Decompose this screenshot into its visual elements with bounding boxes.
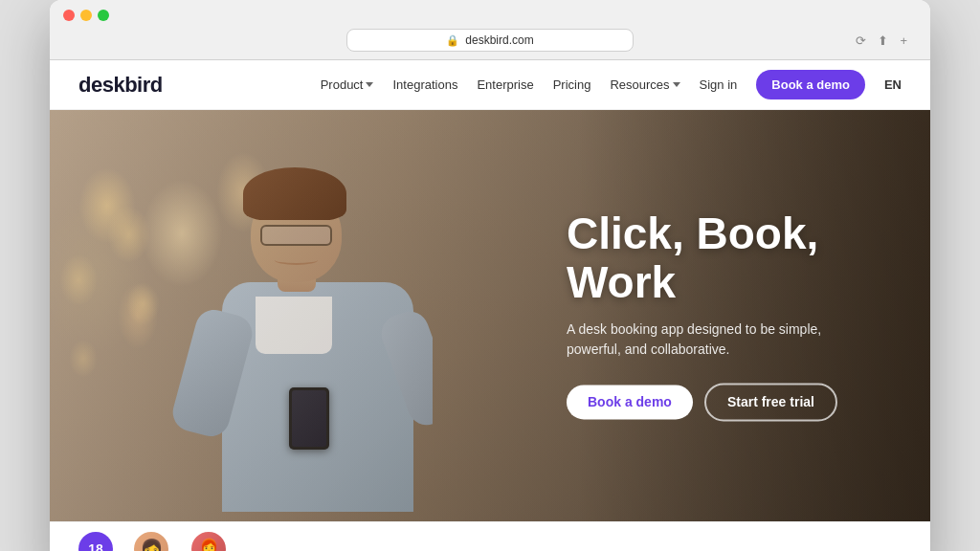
hero-title: Click, Book, Work <box>567 209 873 306</box>
resources-dropdown-icon <box>673 82 680 87</box>
hero-content: Click, Book, Work A desk booking app des… <box>567 209 873 421</box>
site-logo[interactable]: deskbird <box>78 73 163 98</box>
hero-start-trial-button[interactable]: Start free trial <box>704 384 837 422</box>
hero-person-figure <box>165 129 433 512</box>
address-bar[interactable]: 🔒 deskbird.com <box>346 29 634 52</box>
nav-integrations[interactable]: Integrations <box>392 77 457 92</box>
product-dropdown-icon <box>366 82 373 87</box>
hero-section: Click, Book, Work A desk booking app des… <box>50 110 930 521</box>
nav-sign-in[interactable]: Sign in <box>700 77 738 92</box>
user-avatar-1: 👩 <box>132 530 170 552</box>
nav-links: Product Integrations Enterprise Pricing … <box>321 70 902 99</box>
nav-pricing[interactable]: Pricing <box>553 77 591 92</box>
desk-count-badge: 18 <box>78 532 113 552</box>
avatar-face-2: 👩‍🦰 <box>191 532 226 552</box>
minimize-button[interactable] <box>80 10 92 21</box>
website-content: deskbird Product Integrations Enterprise… <box>50 60 930 551</box>
navbar: deskbird Product Integrations Enterprise… <box>50 60 930 110</box>
nav-book-demo-button[interactable]: Book a demo <box>756 70 865 99</box>
nav-product[interactable]: Product <box>321 77 374 92</box>
nav-resources[interactable]: Resources <box>610 77 679 92</box>
close-button[interactable] <box>63 10 75 21</box>
new-tab-icon[interactable]: + <box>900 33 907 48</box>
browser-toolbar-icons: ⟳ ⬆ + <box>856 33 907 48</box>
reload-icon[interactable]: ⟳ <box>856 33 866 48</box>
traffic-lights <box>63 10 917 21</box>
user-avatar-2: 👩‍🦰 <box>189 530 228 552</box>
avatar-face-1: 👩 <box>134 532 168 552</box>
address-bar-row: 🔒 deskbird.com ⟳ ⬆ + <box>63 29 917 59</box>
share-icon[interactable]: ⬆ <box>878 33 888 48</box>
nav-enterprise[interactable]: Enterprise <box>477 77 533 92</box>
browser-window: 🔒 deskbird.com ⟳ ⬆ + deskbird Product In… <box>50 0 930 551</box>
hero-subtitle: A desk booking app designed to be simple… <box>567 320 873 361</box>
browser-chrome: 🔒 deskbird.com ⟳ ⬆ + <box>50 0 930 60</box>
hero-book-demo-button[interactable]: Book a demo <box>567 386 693 420</box>
url-display: deskbird.com <box>465 33 533 47</box>
hero-buttons: Book a demo Start free trial <box>567 384 873 422</box>
language-selector[interactable]: EN <box>884 77 902 92</box>
bottom-bar: 18 👩 👩‍🦰 <box>50 521 930 551</box>
maximize-button[interactable] <box>98 10 109 21</box>
